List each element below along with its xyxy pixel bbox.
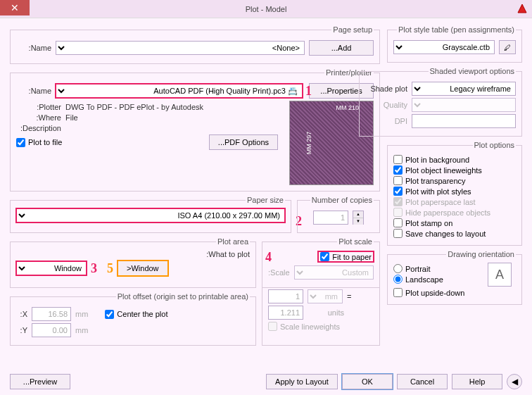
- quality-select: [412, 98, 516, 112]
- what-to-plot-select[interactable]: Window: [16, 261, 87, 275]
- footer: Preview... Apply to Layout OK Cancel Hel…: [10, 374, 522, 389]
- offset-y-input: [32, 323, 71, 337]
- center-plot-check[interactable]: Center the plot: [105, 310, 167, 319]
- callout-4: 4: [265, 250, 272, 265]
- style-table-edit-icon[interactable]: 🖊: [499, 40, 516, 54]
- copies-legend: Number of copies: [310, 196, 374, 204]
- close-button[interactable]: ✕: [0, 0, 30, 15]
- opt-hide: Hide paperspace objects: [393, 208, 516, 217]
- offset-x-input: [32, 307, 71, 321]
- quality-label: Quality: [365, 101, 407, 109]
- style-table-group: Plot style table (pen assignments) Grays…: [387, 25, 522, 63]
- paper-size-select[interactable]: ISO A4 (210.00 x 297.00 MM): [16, 208, 285, 222]
- scale-equals: =: [347, 292, 351, 301]
- paper-size-group: Paper size ISO A4 (210.00 x 297.00 MM) 2: [10, 196, 291, 233]
- offset-y-label: Y:: [16, 326, 27, 334]
- opt-save[interactable]: Save changes to layout: [393, 229, 516, 238]
- opt-stamp[interactable]: Plot stamp on: [393, 218, 516, 227]
- preview-button[interactable]: Preview...: [10, 374, 70, 389]
- callout-1: 1: [305, 84, 312, 99]
- where-label: Where:: [16, 113, 61, 122]
- orientation-portrait[interactable]: Portrait: [393, 264, 483, 273]
- copies-input: [313, 211, 348, 225]
- plot-to-file-check[interactable]: Plot to file: [16, 138, 62, 147]
- plot-offset-legend: Plot offset (origin set to printable are…: [116, 292, 250, 301]
- preview-width: 210 MM: [336, 104, 359, 111]
- scale-den-unit: units: [308, 308, 344, 317]
- page-setup-group: Page setup Name: <None> Add...: [10, 25, 380, 64]
- titlebar: Plot - Model ✕: [0, 0, 532, 18]
- where-value: File: [65, 113, 78, 122]
- page-setup-legend: Page setup: [331, 25, 374, 34]
- plot-options-group: Plot options Plot in background Plot obj…: [387, 141, 522, 246]
- offset-x-label: X:: [16, 310, 27, 318]
- plot-scale-cont: mm= units Scale lineweights: [262, 287, 380, 346]
- pdf-options-button[interactable]: PDF Options...: [209, 134, 278, 150]
- dpi-input: [412, 114, 516, 128]
- plot-area-legend: Plot area: [216, 237, 250, 246]
- description-label: Description:: [16, 124, 61, 132]
- plot-offset-group: Plot offset (origin set to printable are…: [10, 292, 256, 346]
- copies-group: Number of copies ▲▼: [297, 196, 380, 233]
- plotter-label: Plotter:: [16, 103, 61, 111]
- plot-scale-legend: Plot scale: [337, 237, 374, 246]
- help-button[interactable]: Help: [452, 374, 502, 389]
- scale-num-input: [268, 289, 303, 303]
- plot-scale-group: Plot scale Fit to paper 4 Scale:Custom: [262, 237, 380, 288]
- page-setup-name-label: Name:: [16, 44, 51, 52]
- window-button[interactable]: Window<: [118, 261, 168, 276]
- page-setup-name-select[interactable]: <None>: [56, 41, 305, 55]
- shaded-legend: Shaded viewport options: [429, 67, 516, 75]
- orientation-icon: A: [488, 263, 512, 287]
- orientation-landscape[interactable]: Landscape: [393, 275, 483, 284]
- opt-upside-down[interactable]: Plot upside-down: [393, 288, 516, 297]
- fit-to-paper-check[interactable]: Fit to paper: [318, 251, 374, 262]
- shaded-group: Shaded viewport options Shade plotLegacy…: [359, 67, 522, 137]
- offset-x-unit: mm: [75, 310, 88, 318]
- style-table-legend: Plot style table (pen assignments): [397, 25, 516, 34]
- expand-button[interactable]: ◀: [507, 374, 522, 389]
- style-table-select[interactable]: Grayscale.ctb: [393, 40, 495, 54]
- opt-transparency[interactable]: Plot transparency: [393, 176, 516, 185]
- cancel-button[interactable]: Cancel: [397, 374, 448, 389]
- printer-group: Printer/plotter Name: 📇 AutoCAD PDF (Hig…: [10, 68, 380, 192]
- callout-5: 5: [107, 261, 113, 276]
- orientation-group: Drawing orientation Portrait Landscape A…: [387, 250, 522, 305]
- preview-height: 297 MM: [305, 125, 312, 161]
- plotter-value: DWG To PDF - PDF ePlot - by Autodesk: [65, 103, 203, 111]
- scale-lineweights-check: Scale lineweights: [268, 322, 374, 331]
- app-icon: [517, 3, 528, 14]
- ok-button[interactable]: OK: [342, 374, 393, 389]
- printer-name-label: Name:: [16, 87, 51, 95]
- copies-spinner: ▲▼: [353, 211, 364, 225]
- paper-size-legend: Paper size: [246, 196, 285, 204]
- opt-background[interactable]: Plot in background: [393, 155, 516, 164]
- offset-y-unit: mm: [75, 326, 88, 334]
- what-to-plot-label: What to plot:: [16, 250, 250, 258]
- scale-den-input: [268, 306, 303, 320]
- scale-select: Custom: [294, 265, 374, 280]
- orientation-legend: Drawing orientation: [446, 250, 516, 258]
- window-title: Plot - Model: [246, 5, 287, 13]
- printer-name-select[interactable]: 📇 AutoCAD PDF (High Quality Print).pc3: [56, 84, 303, 98]
- opt-paperspace: Plot paperspace last: [393, 197, 516, 206]
- callout-3: 3: [91, 261, 97, 276]
- dpi-label: DPI: [365, 117, 407, 125]
- plot-area-group: Plot area What to plot: Window 3 5 Windo…: [10, 237, 256, 288]
- opt-lineweights[interactable]: Plot object lineweights: [393, 165, 516, 175]
- add-button[interactable]: Add...: [309, 40, 374, 56]
- plot-options-legend: Plot options: [473, 141, 516, 149]
- scale-label: Scale:: [268, 268, 290, 277]
- shade-plot-label: Shade plot: [365, 84, 407, 93]
- shade-plot-select[interactable]: Legacy wireframe: [412, 82, 516, 96]
- apply-to-layout-button[interactable]: Apply to Layout: [266, 374, 338, 389]
- opt-styles[interactable]: Plot with plot styles: [393, 187, 516, 196]
- scale-unit-select: mm: [308, 289, 343, 303]
